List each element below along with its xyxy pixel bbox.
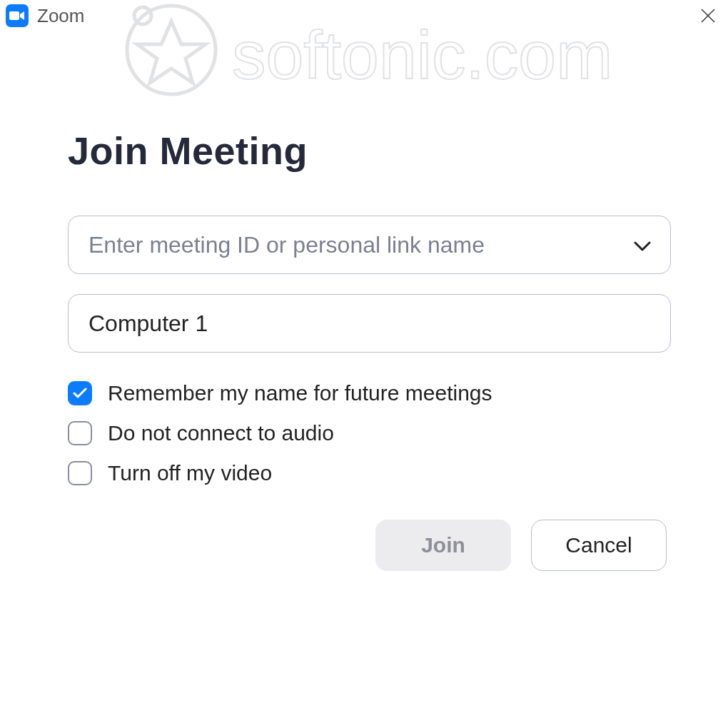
dialog-footer: Join Cancel [68,520,671,571]
meeting-id-field-wrap [68,216,671,274]
check-icon [73,388,87,399]
checkbox-box [68,461,92,485]
checkbox-label: Do not connect to audio [108,421,334,445]
checkbox-label: Turn off my video [108,461,272,485]
cancel-button[interactable]: Cancel [531,520,667,571]
checkbox-no-video[interactable]: Turn off my video [68,461,671,485]
meeting-id-input[interactable] [68,216,671,274]
checkbox-box [68,421,92,445]
checkbox-remember-name[interactable]: Remember my name for future meetings [68,381,671,405]
dialog-heading: Join Meeting [68,128,671,173]
close-button[interactable] [694,1,722,30]
options-group: Remember my name for future meetings Do … [68,381,671,485]
zoom-app-icon [6,4,29,27]
name-input[interactable] [68,294,671,353]
dialog-content: Join Meeting Remember my name for future… [0,29,728,571]
svg-rect-0 [9,11,19,20]
checkbox-label: Remember my name for future meetings [108,381,492,405]
checkbox-box [68,381,92,405]
checkbox-no-audio[interactable]: Do not connect to audio [68,421,671,445]
close-icon [700,8,716,24]
name-field-wrap [68,294,671,353]
app-title: Zoom [37,5,84,27]
join-button[interactable]: Join [375,520,511,571]
titlebar: Zoom [0,0,728,29]
